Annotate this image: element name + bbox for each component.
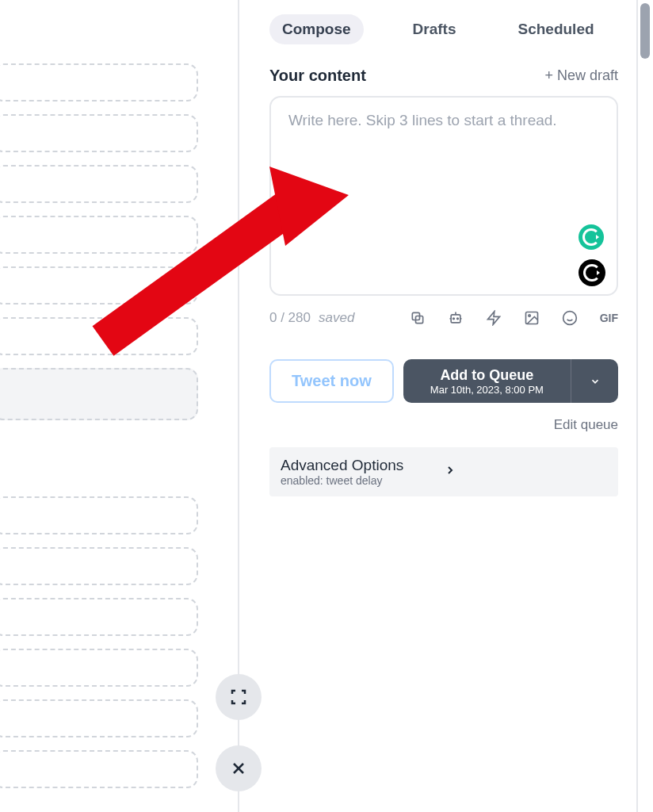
tab-compose[interactable]: Compose: [269, 14, 364, 44]
lightning-icon[interactable]: [486, 310, 502, 326]
copy-icon[interactable]: [410, 310, 426, 326]
queue-slot-active[interactable]: [0, 368, 198, 420]
queue-slot[interactable]: [0, 317, 198, 355]
queue-slot[interactable]: [0, 496, 198, 534]
tab-scheduled[interactable]: Scheduled: [505, 14, 606, 44]
char-count: 0 / 280: [269, 310, 311, 326]
add-queue-label: Add to Queue: [440, 367, 533, 384]
composer-placeholder: Write here. Skip 3 lines to start a thre…: [288, 112, 599, 129]
expand-icon: [229, 688, 248, 707]
scroll-track: [636, 0, 638, 812]
expand-button[interactable]: [216, 674, 262, 720]
close-button[interactable]: [216, 745, 262, 791]
svg-point-3: [453, 318, 454, 320]
svg-marker-8: [487, 312, 499, 325]
svg-point-10: [528, 315, 530, 317]
advanced-options-toggle[interactable]: Advanced Options enabled: tweet delay: [269, 447, 618, 496]
counter-row: 0 / 280 saved GIF: [269, 310, 618, 326]
main-panel: Compose Drafts Scheduled Sent Your conte…: [269, 14, 618, 496]
robot-icon[interactable]: [448, 310, 464, 326]
close-icon: [229, 759, 248, 778]
queue-slot[interactable]: [0, 649, 198, 687]
svg-point-11: [563, 312, 576, 325]
chevron-down-icon: [590, 376, 601, 387]
sidebar-queue-list: [0, 0, 198, 812]
image-icon[interactable]: [524, 310, 540, 326]
grammarly-icon[interactable]: [579, 224, 604, 250]
queue-slot[interactable]: [0, 266, 198, 304]
queue-dropdown-button[interactable]: [571, 359, 618, 403]
emoji-icon[interactable]: [562, 310, 578, 326]
tweet-now-button[interactable]: Tweet now: [269, 359, 394, 403]
queue-slot[interactable]: [0, 547, 198, 585]
content-header: Your content + New draft: [269, 67, 618, 85]
tabs: Compose Drafts Scheduled Sent: [269, 14, 618, 44]
new-draft-button[interactable]: + New draft: [544, 67, 618, 84]
queue-slot[interactable]: [0, 699, 198, 737]
button-row: Tweet now Add to Queue Mar 10th, 2023, 8…: [269, 359, 618, 403]
queue-slot[interactable]: [0, 63, 198, 102]
edit-queue-link[interactable]: Edit queue: [269, 417, 618, 433]
advanced-title: Advanced Options: [281, 457, 403, 474]
tab-drafts[interactable]: Drafts: [400, 14, 469, 44]
queue-slot[interactable]: [0, 114, 198, 152]
content-title: Your content: [269, 67, 366, 85]
saved-status: saved: [319, 310, 354, 326]
queue-slot[interactable]: [0, 750, 198, 788]
queue-slot[interactable]: [0, 216, 198, 254]
svg-point-4: [456, 318, 458, 320]
advanced-subtitle: enabled: tweet delay: [281, 474, 403, 487]
queue-slot[interactable]: [0, 598, 198, 636]
queue-slot[interactable]: [0, 165, 198, 203]
chevron-right-icon: [444, 464, 456, 480]
gif-button[interactable]: GIF: [600, 312, 618, 324]
composer-textarea[interactable]: Write here. Skip 3 lines to start a thre…: [269, 96, 618, 296]
scrollbar-thumb[interactable]: [640, 3, 650, 59]
add-queue-date: Mar 10th, 2023, 8:00 PM: [430, 384, 544, 396]
grammarly-dark-icon[interactable]: [579, 259, 605, 286]
add-to-queue-button[interactable]: Add to Queue Mar 10th, 2023, 8:00 PM: [403, 359, 571, 403]
